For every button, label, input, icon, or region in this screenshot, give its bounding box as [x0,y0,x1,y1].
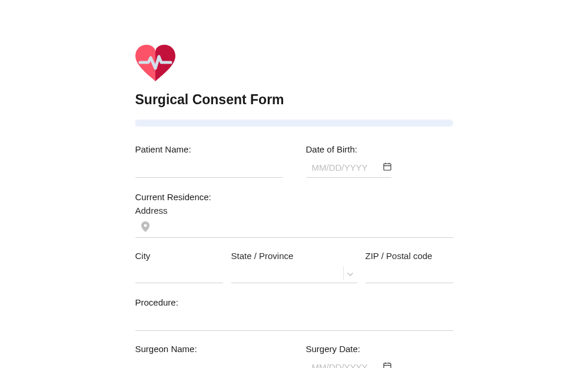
progress-bar [135,120,453,127]
zip-input[interactable] [366,263,453,283]
state-label: State / Province [231,251,357,261]
patient-name-label: Patient Name: [135,144,283,154]
map-pin-icon [141,221,150,234]
surgery-date-label: Surgery Date: [306,344,453,354]
progress-fill [135,120,137,127]
state-input[interactable] [231,268,343,278]
city-label: City [135,251,223,261]
zip-label: ZIP / Postal code [366,251,453,261]
heart-logo [135,45,175,81]
surgeon-name-label: Surgeon Name: [135,344,283,354]
surgeon-name-input[interactable] [135,357,283,368]
calendar-icon[interactable] [383,362,391,369]
patient-name-input[interactable] [135,158,283,178]
svg-rect-0 [384,164,391,170]
form-container: Surgical Consent Form Patient Name: Date… [135,0,453,368]
calendar-icon[interactable] [383,163,391,173]
dob-label: Date of Birth: [306,144,453,154]
page-title: Surgical Consent Form [135,92,453,108]
address-input[interactable] [154,223,453,233]
state-dropdown-toggle[interactable] [343,266,357,280]
residence-label: Current Residence: [135,192,453,202]
procedure-input[interactable] [135,311,453,331]
city-input[interactable] [135,263,223,283]
svg-rect-5 [384,363,391,369]
procedure-label: Procedure: [135,297,453,307]
address-sublabel: Address [135,205,453,216]
surgery-date-input[interactable] [312,362,383,368]
chevron-down-icon [347,268,353,279]
svg-point-4 [144,224,147,227]
dob-input[interactable] [312,163,383,173]
